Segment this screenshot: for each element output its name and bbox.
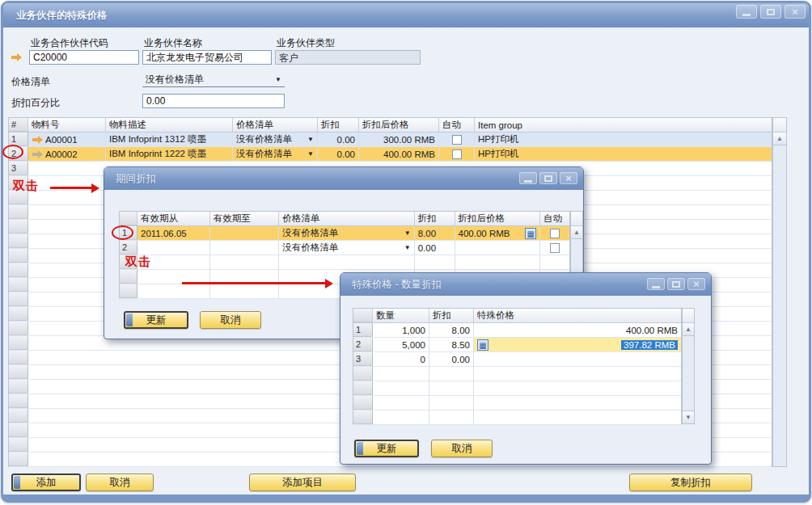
table-row[interactable]: 1 1,000 8.00 400.00 RMB — [353, 323, 681, 338]
row-header[interactable] — [9, 307, 28, 321]
empty-cell[interactable] — [540, 255, 569, 269]
table-row[interactable] — [120, 255, 569, 270]
col-header-pricelist[interactable]: 价格清单 — [233, 118, 318, 132]
row-header[interactable] — [9, 278, 28, 292]
item-code-cell[interactable]: A00002 — [28, 147, 106, 161]
col-header-special-price[interactable]: 特殊价格 — [474, 309, 681, 322]
pricelist-cell[interactable]: 没有价格清单▼ — [279, 241, 414, 255]
empty-cell[interactable] — [279, 255, 414, 269]
row-header[interactable] — [353, 367, 373, 381]
row-number[interactable]: 2 — [120, 241, 137, 255]
special-price-cell[interactable] — [474, 352, 681, 366]
minimize-button[interactable] — [647, 278, 665, 290]
discount-cell[interactable]: 0.00 — [318, 133, 359, 146]
scroll-up-button[interactable]: ▲ — [571, 226, 582, 239]
row-header[interactable] — [9, 394, 28, 408]
scroll-up-button[interactable]: ▲ — [773, 133, 786, 145]
row-header[interactable] — [9, 452, 28, 466]
close-button[interactable]: × — [560, 172, 577, 184]
vertical-scrollbar[interactable]: ▲ ▼ — [682, 308, 695, 424]
qty-cell[interactable]: 1,000 — [373, 323, 429, 337]
row-number[interactable]: 3 — [353, 352, 373, 366]
empty-cell[interactable] — [210, 255, 280, 269]
col-header-discount[interactable]: 折扣 — [415, 212, 455, 225]
row-header[interactable] — [9, 292, 28, 306]
cancel-button[interactable]: 取消 — [200, 311, 261, 329]
empty-cell[interactable] — [474, 367, 681, 381]
add-button[interactable]: 添加 — [11, 473, 81, 491]
calculator-icon[interactable]: ▦ — [477, 339, 488, 351]
discount-cell[interactable]: 0.00 — [318, 147, 359, 161]
add-item-button[interactable]: 添加项目 — [249, 473, 356, 491]
col-header-valid-from[interactable]: 有效期从 — [137, 212, 210, 225]
valid-from-cell[interactable] — [137, 241, 210, 255]
auto-checkbox[interactable] — [550, 243, 560, 253]
empty-cell[interactable] — [373, 367, 429, 381]
special-price-cell[interactable]: 400.00 RMB — [474, 323, 681, 337]
empty-cell[interactable] — [373, 381, 429, 395]
cancel-button[interactable]: 取消 — [86, 473, 154, 491]
table-row[interactable] — [353, 381, 681, 396]
minimize-button[interactable] — [736, 5, 757, 19]
table-row[interactable] — [353, 367, 681, 381]
copy-discount-button[interactable]: 复制折扣 — [629, 473, 752, 491]
row-header[interactable] — [9, 263, 28, 277]
col-header-qty[interactable]: 数量 — [373, 309, 429, 322]
row-header[interactable] — [9, 336, 28, 350]
row-header[interactable] — [9, 249, 28, 263]
row-header[interactable] — [9, 234, 28, 248]
empty-cell[interactable] — [429, 410, 474, 424]
qty-cell[interactable]: 0 — [373, 352, 429, 366]
col-header-num[interactable]: # — [9, 118, 28, 132]
col-header-price[interactable]: 折扣后价格 — [455, 212, 541, 225]
row-header[interactable] — [9, 322, 28, 335]
col-header-desc[interactable]: 物料描述 — [106, 118, 233, 132]
row-header[interactable] — [353, 381, 373, 395]
row-header[interactable] — [9, 409, 28, 423]
row-number[interactable]: 3 — [9, 162, 28, 175]
price-cell[interactable]: 400.00 RMB▦ — [455, 226, 541, 240]
item-desc-cell[interactable]: IBM Infoprint 1312 喷墨 — [106, 133, 233, 146]
price-cell[interactable]: 300.00 RMB — [359, 133, 439, 146]
row-number[interactable]: 2 — [353, 338, 373, 351]
empty-cell[interactable] — [210, 284, 280, 298]
link-arrow-icon[interactable] — [32, 136, 43, 144]
row-header[interactable] — [9, 423, 28, 437]
col-header-price[interactable]: 折扣后价格 — [359, 118, 439, 132]
scroll-down-button[interactable]: ▼ — [683, 410, 694, 423]
update-button[interactable]: 更新 — [354, 440, 419, 457]
table-row-selected[interactable]: 2 A00002 IBM Infoprint 1222 喷墨 没有价格清单▼ 0… — [9, 147, 772, 162]
maximize-button[interactable] — [760, 5, 781, 19]
pricelist-cell[interactable]: 没有价格清单▼ — [279, 226, 414, 240]
table-row[interactable]: 1 A00001 IBM Infoprint 1312 喷墨 没有价格清单▼ 0… — [9, 133, 772, 147]
empty-cell[interactable] — [429, 367, 474, 381]
empty-cell[interactable] — [429, 396, 474, 410]
window-titlebar[interactable]: 业务伙伴的特殊价格 — [3, 3, 809, 27]
maximize-button[interactable] — [667, 278, 685, 290]
row-number[interactable]: 1 — [353, 323, 373, 337]
discount-cell[interactable]: 8.50 — [429, 338, 474, 351]
close-button[interactable]: × — [785, 5, 806, 19]
row-header[interactable] — [9, 351, 28, 364]
special-price-cell-active[interactable]: ▦ 397.82 RMB — [474, 338, 681, 351]
item-desc-cell[interactable]: IBM Infoprint 1222 喷墨 — [106, 147, 233, 161]
col-header-itemgroup[interactable]: Item group — [475, 118, 772, 132]
price-list-combo[interactable]: 没有价格清单 ▼ — [142, 73, 285, 87]
table-row[interactable]: 3 0 0.00 — [353, 352, 681, 367]
empty-cell[interactable] — [373, 396, 429, 410]
row-header[interactable] — [9, 380, 28, 393]
close-button[interactable]: × — [687, 278, 705, 290]
empty-cell[interactable] — [474, 381, 681, 395]
valid-to-cell[interactable] — [210, 226, 280, 240]
maximize-button[interactable] — [539, 172, 557, 184]
discount-cell[interactable]: 8.00 — [415, 226, 455, 240]
auto-checkbox[interactable] — [452, 149, 462, 159]
calculator-icon[interactable]: ▦ — [525, 228, 536, 239]
row-header[interactable] — [353, 396, 373, 410]
scroll-up-button[interactable]: ▲ — [683, 323, 694, 336]
valid-from-cell[interactable]: 2011.06.05 — [137, 226, 210, 240]
valid-to-cell[interactable] — [210, 241, 280, 255]
auto-checkbox[interactable] — [452, 135, 462, 145]
item-group-cell[interactable]: HP打印机 — [475, 133, 772, 146]
link-arrow-icon[interactable] — [32, 150, 43, 158]
